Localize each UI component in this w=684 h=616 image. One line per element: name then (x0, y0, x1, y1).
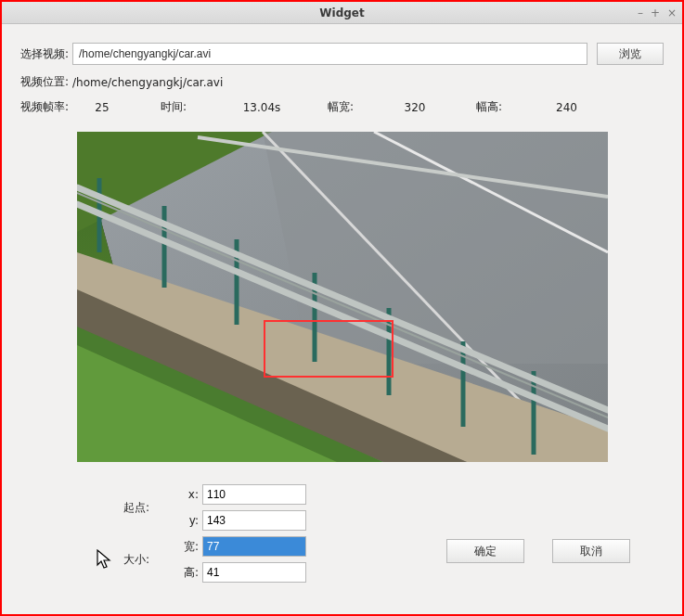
window-controls: – + × (638, 2, 677, 24)
video-location-row: 视频位置: /home/chengyangkj/car.avi (20, 74, 664, 90)
minimize-icon[interactable]: – (638, 2, 643, 24)
video-frame-image (77, 132, 608, 462)
height-label: 幅高: (457, 99, 522, 115)
titlebar: Widget – + × (2, 2, 682, 24)
cancel-button[interactable]: 取消 (552, 539, 630, 563)
fps-label: 视频帧率: (20, 99, 72, 115)
height-input[interactable] (202, 562, 306, 583)
y-label: y: (178, 514, 202, 527)
x-label: x: (178, 488, 202, 501)
w-label: 宽: (178, 539, 202, 555)
maximize-icon[interactable]: + (651, 2, 660, 24)
video-path-input[interactable] (72, 43, 587, 65)
browse-button[interactable]: 浏览 (597, 43, 664, 65)
ok-button[interactable]: 确定 (446, 539, 524, 563)
video-meta-row: 视频帧率: 25 时间: 13.04s 幅宽: 320 幅高: 240 (20, 99, 664, 115)
width-input[interactable] (202, 536, 306, 557)
height-value: 240 (522, 101, 577, 114)
width-label: 幅宽: (308, 99, 373, 115)
width-value: 320 (373, 101, 457, 114)
time-label: 时间: (132, 99, 215, 115)
bottom-panel: 起点: x: y: 大小: 宽: 高: 确定 取消 (20, 484, 664, 583)
time-value: 13.04s (215, 101, 308, 114)
size-label: 大小: (95, 552, 178, 568)
content-area: 选择视频: 浏览 视频位置: /home/chengyangkj/car.avi… (2, 24, 682, 614)
origin-label: 起点: (95, 500, 178, 516)
close-icon[interactable]: × (667, 2, 677, 24)
choose-video-row: 选择视频: 浏览 (20, 43, 664, 65)
coord-block: 起点: x: y: 大小: 宽: 高: (95, 484, 306, 583)
video-preview[interactable] (77, 132, 608, 462)
fps-value: 25 (72, 101, 132, 114)
app-window: Widget – + × 选择视频: 浏览 视频位置: /home/chengy… (0, 0, 684, 616)
y-input[interactable] (202, 510, 306, 531)
video-location-label: 视频位置: (20, 74, 72, 90)
action-buttons: 确定 取消 (446, 539, 630, 563)
choose-video-label: 选择视频: (20, 46, 72, 62)
window-title: Widget (319, 6, 364, 19)
video-location-value: /home/chengyangkj/car.avi (72, 76, 223, 89)
h-label: 高: (178, 565, 202, 581)
x-input[interactable] (202, 484, 306, 505)
